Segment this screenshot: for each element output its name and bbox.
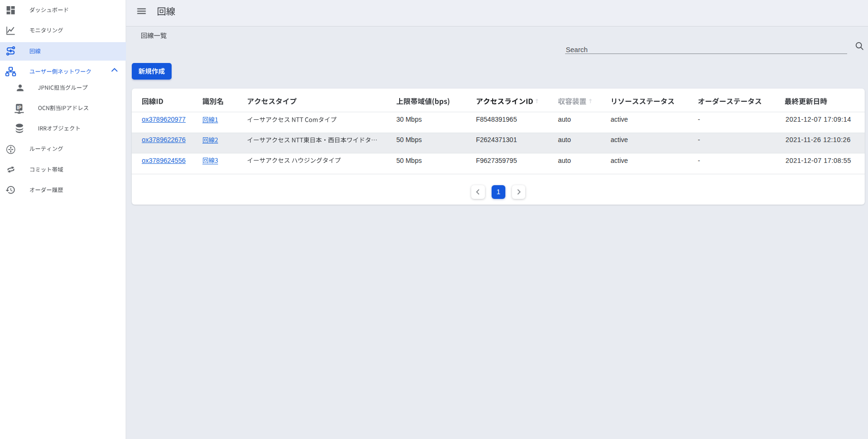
svg-text:IP: IP bbox=[17, 105, 21, 110]
